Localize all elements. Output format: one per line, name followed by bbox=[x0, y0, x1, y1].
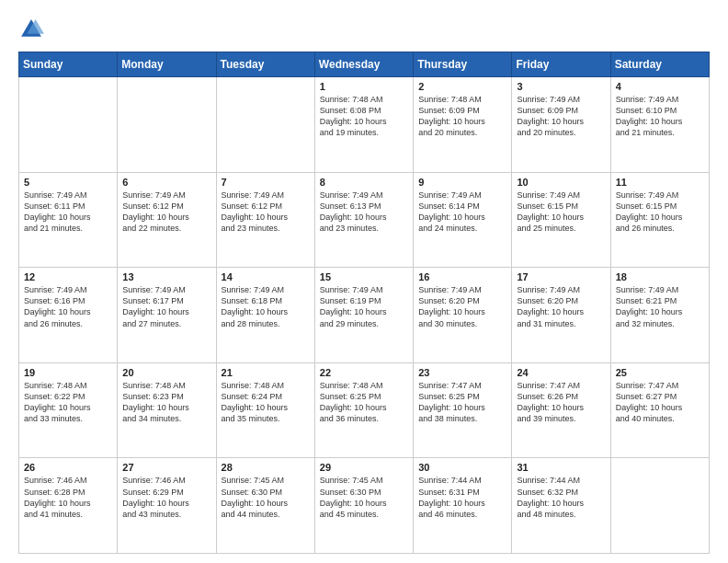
day-cell: 8Sunrise: 7:49 AM Sunset: 6:13 PM Daylig… bbox=[314, 172, 413, 268]
day-cell: 19Sunrise: 7:48 AM Sunset: 6:22 PM Dayli… bbox=[19, 362, 118, 458]
day-cell: 11Sunrise: 7:49 AM Sunset: 6:15 PM Dayli… bbox=[610, 172, 709, 268]
day-info: Sunrise: 7:46 AM Sunset: 6:28 PM Dayligh… bbox=[24, 475, 112, 520]
day-number: 25 bbox=[616, 367, 704, 378]
day-info: Sunrise: 7:49 AM Sunset: 6:20 PM Dayligh… bbox=[517, 284, 605, 329]
day-info: Sunrise: 7:49 AM Sunset: 6:12 PM Dayligh… bbox=[122, 190, 210, 235]
day-number: 5 bbox=[24, 177, 112, 188]
day-info: Sunrise: 7:49 AM Sunset: 6:12 PM Dayligh… bbox=[222, 190, 310, 235]
day-info: Sunrise: 7:49 AM Sunset: 6:11 PM Dayligh… bbox=[24, 190, 112, 235]
day-info: Sunrise: 7:44 AM Sunset: 6:32 PM Dayligh… bbox=[517, 475, 605, 520]
day-cell: 13Sunrise: 7:49 AM Sunset: 6:17 PM Dayli… bbox=[118, 268, 216, 363]
day-info: Sunrise: 7:48 AM Sunset: 6:25 PM Dayligh… bbox=[320, 380, 408, 425]
week-row-1: 1Sunrise: 7:48 AM Sunset: 6:08 PM Daylig… bbox=[19, 77, 710, 173]
day-number: 12 bbox=[24, 271, 112, 282]
day-cell: 12Sunrise: 7:49 AM Sunset: 6:16 PM Dayli… bbox=[19, 268, 118, 363]
weekday-header-sunday: Sunday bbox=[19, 52, 118, 77]
day-number: 14 bbox=[222, 271, 310, 282]
day-number: 18 bbox=[616, 271, 704, 282]
day-cell: 15Sunrise: 7:49 AM Sunset: 6:19 PM Dayli… bbox=[314, 268, 413, 363]
day-info: Sunrise: 7:47 AM Sunset: 6:26 PM Dayligh… bbox=[517, 380, 605, 425]
day-info: Sunrise: 7:48 AM Sunset: 6:22 PM Dayligh… bbox=[24, 380, 112, 425]
day-number: 15 bbox=[320, 271, 408, 282]
day-info: Sunrise: 7:47 AM Sunset: 6:27 PM Dayligh… bbox=[616, 380, 704, 425]
logo-icon bbox=[18, 17, 44, 42]
week-row-4: 19Sunrise: 7:48 AM Sunset: 6:22 PM Dayli… bbox=[19, 362, 710, 458]
day-info: Sunrise: 7:49 AM Sunset: 6:20 PM Dayligh… bbox=[418, 284, 506, 329]
day-cell: 21Sunrise: 7:48 AM Sunset: 6:24 PM Dayli… bbox=[216, 362, 314, 458]
weekday-header-monday: Monday bbox=[118, 52, 216, 77]
day-info: Sunrise: 7:47 AM Sunset: 6:25 PM Dayligh… bbox=[418, 380, 506, 425]
day-info: Sunrise: 7:49 AM Sunset: 6:15 PM Dayligh… bbox=[616, 190, 704, 235]
day-number: 17 bbox=[517, 271, 605, 282]
day-cell: 24Sunrise: 7:47 AM Sunset: 6:26 PM Dayli… bbox=[512, 362, 610, 458]
weekday-header-wednesday: Wednesday bbox=[314, 52, 413, 77]
day-cell: 10Sunrise: 7:49 AM Sunset: 6:15 PM Dayli… bbox=[512, 172, 610, 268]
day-info: Sunrise: 7:49 AM Sunset: 6:21 PM Dayligh… bbox=[616, 284, 704, 329]
day-number: 3 bbox=[517, 81, 605, 92]
day-number: 20 bbox=[122, 367, 210, 378]
day-cell: 17Sunrise: 7:49 AM Sunset: 6:20 PM Dayli… bbox=[512, 268, 610, 363]
day-number: 11 bbox=[616, 177, 704, 188]
day-info: Sunrise: 7:48 AM Sunset: 6:08 PM Dayligh… bbox=[320, 94, 408, 139]
day-info: Sunrise: 7:45 AM Sunset: 6:30 PM Dayligh… bbox=[320, 475, 408, 520]
week-row-3: 12Sunrise: 7:49 AM Sunset: 6:16 PM Dayli… bbox=[19, 268, 710, 363]
day-info: Sunrise: 7:46 AM Sunset: 6:29 PM Dayligh… bbox=[122, 475, 210, 520]
day-cell bbox=[610, 458, 709, 554]
weekday-header-tuesday: Tuesday bbox=[216, 52, 314, 77]
day-cell: 26Sunrise: 7:46 AM Sunset: 6:28 PM Dayli… bbox=[19, 458, 118, 554]
weekday-header-row: SundayMondayTuesdayWednesdayThursdayFrid… bbox=[19, 52, 710, 77]
day-cell bbox=[216, 77, 314, 173]
page: SundayMondayTuesdayWednesdayThursdayFrid… bbox=[0, 0, 728, 563]
day-cell: 31Sunrise: 7:44 AM Sunset: 6:32 PM Dayli… bbox=[512, 458, 610, 554]
calendar-table: SundayMondayTuesdayWednesdayThursdayFrid… bbox=[18, 52, 710, 554]
day-number: 30 bbox=[418, 462, 506, 473]
logo bbox=[18, 17, 48, 42]
day-cell: 20Sunrise: 7:48 AM Sunset: 6:23 PM Dayli… bbox=[118, 362, 216, 458]
day-info: Sunrise: 7:49 AM Sunset: 6:18 PM Dayligh… bbox=[222, 284, 310, 329]
day-cell: 28Sunrise: 7:45 AM Sunset: 6:30 PM Dayli… bbox=[216, 458, 314, 554]
day-info: Sunrise: 7:48 AM Sunset: 6:09 PM Dayligh… bbox=[418, 94, 506, 139]
day-cell: 27Sunrise: 7:46 AM Sunset: 6:29 PM Dayli… bbox=[118, 458, 216, 554]
day-number: 27 bbox=[122, 462, 210, 473]
weekday-header-friday: Friday bbox=[512, 52, 610, 77]
day-info: Sunrise: 7:44 AM Sunset: 6:31 PM Dayligh… bbox=[418, 475, 506, 520]
day-number: 10 bbox=[517, 177, 605, 188]
day-number: 13 bbox=[122, 271, 210, 282]
day-cell: 29Sunrise: 7:45 AM Sunset: 6:30 PM Dayli… bbox=[314, 458, 413, 554]
day-cell bbox=[19, 77, 118, 173]
day-info: Sunrise: 7:49 AM Sunset: 6:17 PM Dayligh… bbox=[122, 284, 210, 329]
day-number: 23 bbox=[418, 367, 506, 378]
day-cell: 30Sunrise: 7:44 AM Sunset: 6:31 PM Dayli… bbox=[414, 458, 512, 554]
day-cell: 4Sunrise: 7:49 AM Sunset: 6:10 PM Daylig… bbox=[610, 77, 709, 173]
day-number: 24 bbox=[517, 367, 605, 378]
day-cell: 6Sunrise: 7:49 AM Sunset: 6:12 PM Daylig… bbox=[118, 172, 216, 268]
week-row-5: 26Sunrise: 7:46 AM Sunset: 6:28 PM Dayli… bbox=[19, 458, 710, 554]
day-number: 4 bbox=[616, 81, 704, 92]
day-cell: 16Sunrise: 7:49 AM Sunset: 6:20 PM Dayli… bbox=[414, 268, 512, 363]
day-cell: 23Sunrise: 7:47 AM Sunset: 6:25 PM Dayli… bbox=[414, 362, 512, 458]
day-number: 2 bbox=[418, 81, 506, 92]
day-cell: 25Sunrise: 7:47 AM Sunset: 6:27 PM Dayli… bbox=[610, 362, 709, 458]
day-number: 16 bbox=[418, 271, 506, 282]
day-cell bbox=[118, 77, 216, 173]
day-info: Sunrise: 7:49 AM Sunset: 6:16 PM Dayligh… bbox=[24, 284, 112, 329]
weekday-header-saturday: Saturday bbox=[610, 52, 709, 77]
day-info: Sunrise: 7:48 AM Sunset: 6:24 PM Dayligh… bbox=[222, 380, 310, 425]
day-number: 9 bbox=[418, 177, 506, 188]
day-cell: 3Sunrise: 7:49 AM Sunset: 6:09 PM Daylig… bbox=[512, 77, 610, 173]
day-cell: 5Sunrise: 7:49 AM Sunset: 6:11 PM Daylig… bbox=[19, 172, 118, 268]
header bbox=[18, 17, 710, 42]
day-cell: 7Sunrise: 7:49 AM Sunset: 6:12 PM Daylig… bbox=[216, 172, 314, 268]
day-info: Sunrise: 7:49 AM Sunset: 6:14 PM Dayligh… bbox=[418, 190, 506, 235]
day-info: Sunrise: 7:49 AM Sunset: 6:09 PM Dayligh… bbox=[517, 94, 605, 139]
day-number: 6 bbox=[122, 177, 210, 188]
weekday-header-thursday: Thursday bbox=[414, 52, 512, 77]
day-number: 26 bbox=[24, 462, 112, 473]
day-number: 29 bbox=[320, 462, 408, 473]
day-number: 21 bbox=[222, 367, 310, 378]
day-number: 1 bbox=[320, 81, 408, 92]
day-number: 8 bbox=[320, 177, 408, 188]
day-number: 7 bbox=[222, 177, 310, 188]
day-info: Sunrise: 7:48 AM Sunset: 6:23 PM Dayligh… bbox=[122, 380, 210, 425]
day-number: 28 bbox=[222, 462, 310, 473]
